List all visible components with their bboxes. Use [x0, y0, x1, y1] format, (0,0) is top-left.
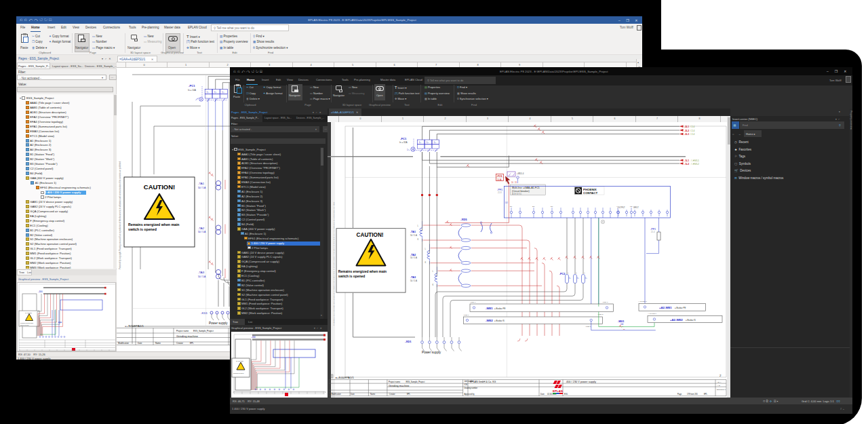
svg-text:2: 2: [576, 272, 577, 274]
svg-text:INPUT: INPUT: [633, 206, 639, 209]
svg-text:1: 1: [568, 272, 569, 274]
svg-text:Creator: Creator: [176, 342, 183, 345]
svg-text:EPL: EPL: [407, 393, 411, 396]
svg-text:CAUTION!: CAUTION!: [357, 232, 384, 238]
svg-text:K: K: [418, 238, 419, 241]
svg-text:/ 2.4: / 2.4: [690, 130, 694, 132]
svg-text:= Busbar PE: = Busbar PE: [675, 307, 686, 309]
svg-text:I▷: I▷: [214, 91, 217, 94]
svg-text:Protected by copyright. Passin: Protected by copyright. Passing on as we…: [333, 201, 335, 326]
svg-text:+A2: +A2: [717, 385, 720, 387]
svg-text:-WE1: -WE1: [486, 307, 493, 310]
svg-text:=+B4&EPA1/1: =+B4&EPA1/1: [125, 324, 144, 328]
svg-text:I▷: I▷: [222, 91, 224, 94]
svg-text:50 / 5 A: 50 / 5 A: [198, 187, 206, 189]
svg-text:EPL: EPL: [704, 393, 708, 396]
svg-text:L: L: [418, 225, 419, 227]
svg-text:/ -HV/L1: / -HV/L1: [691, 159, 699, 162]
svg-text:21.4: 21.4: [651, 231, 655, 233]
svg-text:Creator: Creator: [389, 393, 395, 396]
svg-text:-W01: -W01: [618, 320, 625, 323]
svg-text:+A2-WE2.1: +A2-WE2.1: [648, 313, 656, 315]
svg-text:ACB 3DT01: ACB 3DT01: [512, 193, 522, 195]
svg-text:I▷: I▷: [577, 277, 580, 280]
svg-text:Approved by: Approved by: [464, 393, 475, 396]
svg-text:In = 10A: In = 10A: [188, 89, 197, 92]
svg-text:-TA3: -TA3: [410, 276, 416, 279]
svg-text:DO: DO: [505, 201, 508, 204]
svg-text:+WD1.4: +WD1.4: [517, 172, 524, 175]
svg-text:178 from 265: 178 from 265: [687, 393, 698, 396]
svg-text:Modification: Modification: [118, 342, 129, 345]
svg-text:21.8: 21.8: [498, 191, 502, 194]
svg-text:Grinding machine: Grinding machine: [176, 334, 199, 338]
svg-text:50 / 5 A: 50 / 5 A: [410, 256, 417, 259]
svg-text:-2L1: -2L1: [684, 126, 689, 128]
svg-text:EGL: EGL: [564, 393, 568, 396]
svg-text:-1L2: -1L2: [684, 163, 689, 166]
svg-text:-WE2.2: -WE2.2: [585, 326, 591, 328]
svg-text:13: 13: [515, 181, 517, 184]
svg-text:-WE2.1: -WE2.1: [463, 314, 469, 316]
svg-text:E2: E2: [532, 206, 535, 208]
svg-text:-WE1.2: -WE1.2: [597, 313, 604, 315]
svg-text:EPLAN: EPLAN: [553, 389, 563, 393]
svg-text:Protected by copyright. Passin: Protected by copyright. Passing on as we…: [119, 161, 121, 269]
svg-text:+GAA: +GAA: [717, 381, 722, 383]
svg-text:switch is opened: switch is opened: [20, 324, 29, 326]
svg-text:EPL: EPL: [190, 342, 194, 345]
svg-text:ESS_Sample_Project: ESS_Sample_Project: [406, 381, 425, 383]
svg-text:=+B4&EPA1/1: =+B4&EPA1/1: [336, 376, 355, 379]
svg-text:-FC5: -FC5: [497, 175, 502, 178]
svg-text:ESS_Sample_Project: ESS_Sample_Project: [193, 330, 214, 332]
svg-text:I▷: I▷: [434, 141, 437, 144]
svg-text:I▷: I▷: [585, 277, 588, 280]
svg-text:CONTACT: CONTACT: [583, 191, 597, 195]
svg-text:Grinding machine: Grinding machine: [389, 384, 410, 387]
svg-text:= Busbar PE: = Busbar PE: [494, 307, 505, 310]
svg-text:L: L: [433, 270, 434, 273]
svg-text:Multi-line: =GAA+A1-FC5: Multi-line: =GAA+A1-FC5: [512, 187, 540, 189]
svg-text:-1L1: -1L1: [684, 159, 689, 162]
svg-text:10: 10: [511, 181, 513, 184]
svg-text:= Busbar N: = Busbar N: [686, 319, 696, 322]
svg-text:-J00: -J00: [38, 290, 43, 293]
svg-text:+A2-WE2: +A2-WE2: [670, 318, 683, 322]
svg-text:Project name: Project name: [176, 330, 189, 332]
svg-text:Name: Name: [370, 393, 376, 396]
svg-text:-WE1.1: -WE1.1: [470, 301, 476, 303]
svg-text:-PC2: -PC2: [559, 273, 566, 275]
svg-text:In = 32A: In = 32A: [399, 141, 408, 144]
svg-text:▸▸▸: ▸▸▸: [58, 321, 62, 324]
svg-text:50 / 5 A: 50 / 5 A: [410, 234, 417, 237]
svg-text:Enclosure 1: Enclosure 1: [717, 389, 726, 391]
svg-text:Project name: Project name: [389, 381, 400, 383]
svg-text:/ -HV/L2: / -HV/L2: [691, 163, 699, 166]
svg-text:-TA2: -TA2: [410, 254, 416, 256]
svg-text:Power supply: Power supply: [422, 351, 441, 354]
svg-text:L: L: [425, 248, 427, 250]
svg-text:3: 3: [584, 272, 585, 274]
svg-text:-TA3: -TA3: [198, 271, 205, 274]
svg-text:K: K: [433, 284, 434, 286]
svg-text:2: 2: [719, 374, 722, 377]
svg-text:-TA1: -TA1: [410, 231, 416, 233]
svg-text:/ 2.4: / 2.4: [690, 126, 694, 128]
svg-text:E1: E1: [510, 206, 513, 208]
svg-text:Date: Date: [540, 393, 545, 396]
svg-text:10 A: 10 A: [497, 178, 502, 181]
svg-text:Name: Name: [155, 342, 161, 345]
svg-text:CAUTION!: CAUTION!: [144, 183, 175, 191]
svg-text:50 / 5 A: 50 / 5 A: [198, 231, 206, 233]
svg-text:-2L3: -2L3: [684, 133, 689, 136]
svg-text:-TA2: -TA2: [198, 227, 205, 230]
svg-text:I▷: I▷: [419, 141, 422, 144]
svg-text:Remains energized: Remains energized: [233, 372, 243, 374]
svg-text:Remains energized when main: Remains energized when main: [128, 223, 180, 227]
svg-text:IOS: IOS: [464, 383, 467, 386]
svg-text:I▷: I▷: [569, 277, 572, 280]
svg-text:Date: Date: [351, 393, 355, 396]
svg-text:/ 2.4: / 2.4: [690, 133, 694, 136]
svg-text:-WE1.3: -WE1.3: [602, 301, 608, 303]
svg-text:50 / 5 A: 50 / 5 A: [198, 275, 206, 278]
